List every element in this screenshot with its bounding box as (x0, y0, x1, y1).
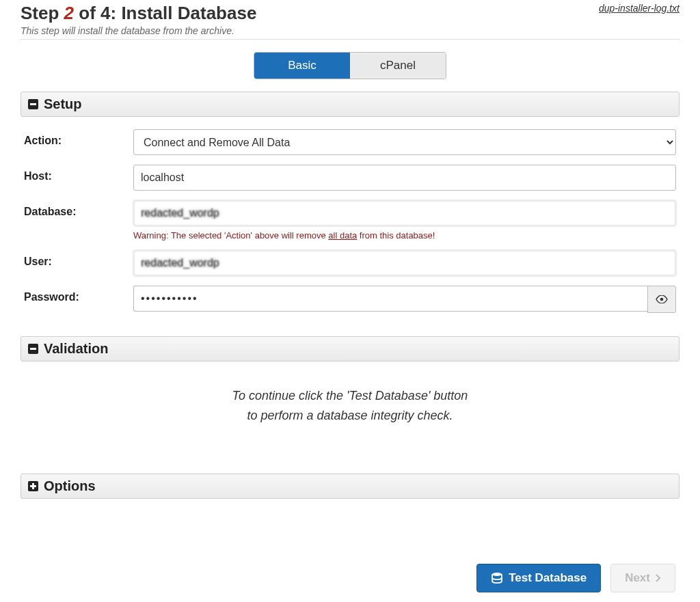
minus-icon (28, 344, 38, 354)
db-warning-suffix: from this database! (357, 230, 435, 241)
svg-point-1 (660, 298, 664, 301)
tab-cpanel[interactable]: cPanel (350, 53, 446, 79)
svg-rect-0 (30, 103, 36, 105)
svg-rect-2 (30, 348, 36, 350)
section-setup-title: Setup (44, 96, 82, 112)
next-label: Next (625, 571, 650, 585)
section-validation-title: Validation (44, 341, 108, 357)
password-label: Password: (24, 286, 133, 303)
section-options-title: Options (44, 478, 96, 494)
chevron-right-icon (656, 574, 661, 582)
test-database-label: Test Database (509, 571, 587, 585)
step-number: 2 (64, 3, 74, 23)
user-label: User: (24, 250, 133, 268)
database-warning: Warning: The selected 'Action' above wil… (133, 230, 676, 241)
eye-icon (656, 295, 668, 303)
db-warning-prefix: Warning: The selected 'Action' above wil… (133, 230, 328, 241)
user-input[interactable] (133, 250, 676, 276)
section-setup-header[interactable]: Setup (21, 92, 679, 117)
toggle-password-visibility-button[interactable] (647, 286, 676, 313)
page-title: Step 2 of 4: Install Database (21, 3, 256, 24)
action-select[interactable]: Connect and Remove All Data (133, 129, 676, 155)
svg-rect-4 (30, 485, 36, 487)
section-options-header[interactable]: Options (21, 474, 679, 499)
plus-icon (28, 481, 38, 491)
minus-icon (28, 99, 38, 109)
db-warning-link: all data (328, 230, 357, 241)
header-divider (21, 39, 679, 40)
section-validation-header[interactable]: Validation (21, 336, 679, 361)
setup-body: Action: Connect and Remove All Data Host… (21, 117, 679, 336)
step-name: Install Database (121, 3, 256, 23)
validation-message: To continue click the 'Test Database' bu… (21, 361, 679, 474)
tab-bar: Basic cPanel (21, 52, 679, 79)
tab-basic[interactable]: Basic (254, 53, 350, 79)
step-prefix: Step (21, 3, 64, 23)
action-label: Action: (24, 129, 133, 147)
password-input[interactable] (133, 286, 647, 312)
validation-line1: To continue click the 'Test Database' bu… (232, 389, 468, 402)
validation-line2: to perform a database integrity check. (247, 409, 453, 422)
host-input[interactable] (133, 165, 676, 191)
step-subtitle: This step will install the database from… (21, 25, 256, 36)
installer-log-link[interactable]: dup-installer-log.txt (599, 3, 679, 14)
next-button[interactable]: Next (610, 564, 675, 592)
database-icon (491, 572, 503, 584)
database-input[interactable] (133, 200, 676, 226)
step-mid: of 4: (74, 3, 121, 23)
test-database-button[interactable]: Test Database (476, 564, 601, 592)
database-label: Database: (24, 200, 133, 218)
svg-point-5 (492, 573, 502, 576)
host-label: Host: (24, 165, 133, 182)
